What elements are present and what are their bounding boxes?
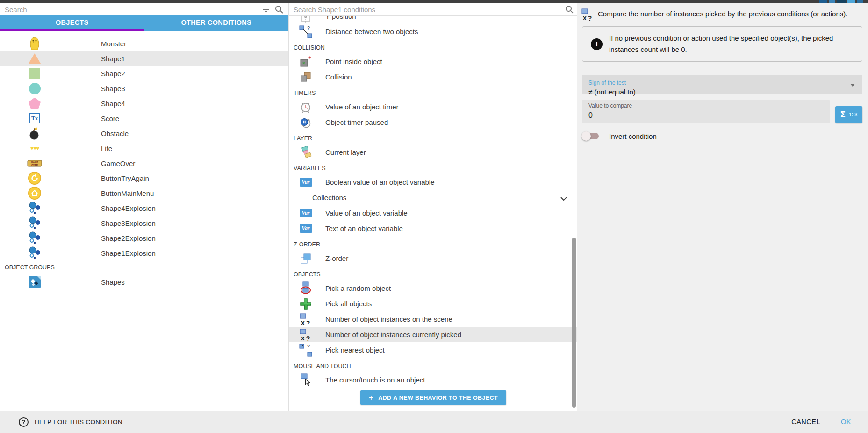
condition-item[interactable]: Var Value of an object variable	[289, 205, 578, 221]
condition-item[interactable]: ? Distance between two objects	[289, 24, 578, 39]
condition-item[interactable]: Current layer	[289, 144, 578, 160]
object-item-Shape2[interactable]: Shape2	[0, 66, 288, 81]
tab-other-conditions[interactable]: OTHER CONDITIONS	[144, 15, 289, 29]
background-window-icons	[837, 0, 846, 3]
collections-collapsible-row[interactable]: Collections	[289, 190, 578, 205]
conditions-list: Y position ? Distance between two object…	[289, 16, 578, 411]
condition-label: Current layer	[325, 148, 366, 156]
object-label: Shape1Explosion	[101, 249, 156, 257]
timer-paused-icon	[298, 115, 313, 130]
svg-text:?: ?	[306, 319, 310, 326]
condition-section-header: COLLISION	[289, 39, 578, 54]
condition-item[interactable]: Var Text of an object variable	[289, 221, 578, 236]
condition-section-header: Z-ORDER	[289, 236, 578, 251]
condition-item[interactable]: Var Boolean value of an object variable	[289, 174, 578, 190]
background-window-icons	[857, 0, 863, 3]
condition-item[interactable]: Y position	[289, 16, 578, 24]
cancel-button[interactable]: CANCEL	[789, 418, 823, 426]
filter-icon[interactable]	[259, 4, 273, 15]
object-item-GameOver[interactable]: GAMEOVER GameOver	[0, 156, 288, 171]
object-item-Shape4Explosion[interactable]: Shape4Explosion	[0, 201, 288, 216]
condition-detail-panel: x? Compare the number of instances picke…	[577, 3, 868, 411]
square-icon	[26, 66, 43, 81]
object-item-Shape3[interactable]: Shape3	[0, 81, 288, 96]
value-to-compare-input[interactable]	[588, 111, 823, 120]
plus-icon: +	[369, 393, 373, 403]
object-label: Score	[101, 115, 119, 123]
condition-item[interactable]: x? Number of object instances on the sce…	[289, 311, 578, 327]
hearts-icon: ♥♥♥	[26, 141, 43, 156]
condition-item[interactable]: Pick a random object	[289, 281, 578, 296]
sign-of-test-value: ≠ (not equal to)	[588, 88, 856, 96]
particles-icon	[26, 201, 43, 216]
condition-section-header: TIMERS	[289, 85, 578, 99]
value-to-compare-field[interactable]: Value to compare	[582, 100, 830, 123]
condition-item[interactable]: Point inside object	[289, 54, 578, 69]
object-item-Shape2Explosion[interactable]: Shape2Explosion	[0, 231, 288, 245]
object-item-Shape1Explosion[interactable]: Shape1Explosion	[0, 245, 288, 260]
condition-item[interactable]: Object timer paused	[289, 115, 578, 130]
expression-editor-button[interactable]: Σ 123	[835, 106, 862, 123]
info-text: If no previous condition or action used …	[609, 33, 852, 55]
value-to-compare-label: Value to compare	[588, 102, 823, 109]
condition-item[interactable]: The cursor/touch is on an object	[289, 372, 578, 388]
objects-list: Monster Shape1 Shape2 Shape3 Shape4 Tx S…	[0, 33, 288, 411]
ok-button[interactable]: OK	[838, 418, 854, 426]
add-behavior-button[interactable]: + ADD A NEW BEHAVIOR TO THE OBJECT	[360, 390, 506, 405]
object-label: ButtonTryAgain	[101, 174, 149, 182]
object-item-Shape4[interactable]: Shape4	[0, 96, 288, 111]
search-icon[interactable]	[273, 4, 286, 15]
conditions-search-input[interactable]	[289, 6, 563, 14]
condition-description: Compare the number of instances picked b…	[598, 8, 847, 19]
particles-icon	[26, 216, 43, 231]
var-icon: Var	[298, 175, 313, 190]
svg-text:x: x	[583, 14, 587, 21]
instances-picked-icon: x?	[581, 8, 594, 21]
timer-icon	[298, 100, 313, 115]
search-icon[interactable]	[563, 4, 576, 15]
object-item-Score[interactable]: Tx Score	[0, 111, 288, 126]
conditions-scrollbar-thumb[interactable]	[572, 238, 576, 408]
object-item-Shape1[interactable]: Shape1	[0, 51, 288, 66]
condition-editor-dialog: OBJECTS OTHER CONDITIONS Monster Shape1 …	[0, 0, 868, 433]
background-window-icons	[847, 0, 855, 3]
object-item-ButtonMainMenu[interactable]: ButtonMainMenu	[0, 186, 288, 201]
object-item-Obstacle[interactable]: Obstacle	[0, 126, 288, 141]
object-item-ButtonTryAgain[interactable]: ButtonTryAgain	[0, 171, 288, 186]
invert-condition-label: Invert condition	[609, 132, 657, 140]
condition-item[interactable]: Z-order	[289, 251, 578, 266]
instances-count-icon: x?	[298, 312, 313, 327]
condition-item[interactable]: Pick all objects	[289, 296, 578, 311]
condition-label: Collision	[325, 73, 352, 81]
monster-icon	[26, 36, 43, 51]
object-group-icon	[26, 274, 43, 289]
condition-label: Y position	[325, 16, 356, 20]
invert-condition-toggle[interactable]	[583, 133, 599, 139]
help-button[interactable]: ? HELP FOR THIS CONDITION	[19, 417, 122, 427]
object-group-item-Shapes[interactable]: Shapes	[0, 274, 288, 289]
particles-icon	[26, 231, 43, 245]
object-label: Shape1	[101, 55, 125, 63]
condition-item[interactable]: Collision	[289, 69, 578, 85]
object-item-Monster[interactable]: Monster	[0, 36, 288, 51]
object-label: GameOver	[101, 159, 135, 167]
object-item-Shape3Explosion[interactable]: Shape3Explosion	[0, 216, 288, 231]
objects-search-input[interactable]	[0, 6, 259, 14]
object-label: ButtonMainMenu	[101, 189, 154, 197]
object-label: Shape2	[101, 70, 125, 78]
tab-objects[interactable]: OBJECTS	[0, 15, 144, 29]
y-position-icon	[298, 16, 313, 24]
svg-text:x: x	[301, 319, 305, 326]
info-icon: i	[591, 38, 603, 50]
sign-of-test-select[interactable]: Sign of the test ≠ (not equal to)	[582, 75, 862, 94]
text-object-icon: Tx	[26, 111, 43, 126]
home-button-icon	[26, 186, 43, 201]
var-icon: Var	[298, 221, 313, 236]
condition-item[interactable]: x? Number of object instances currently …	[289, 327, 578, 342]
background-window-icons	[819, 0, 827, 3]
condition-item[interactable]: Value of an object timer	[289, 99, 578, 115]
object-item-Life[interactable]: ♥♥♥ Life	[0, 141, 288, 156]
collision-icon	[298, 70, 313, 85]
condition-label: Pick nearest object	[325, 346, 385, 354]
condition-item[interactable]: ? Pick nearest object	[289, 342, 578, 358]
